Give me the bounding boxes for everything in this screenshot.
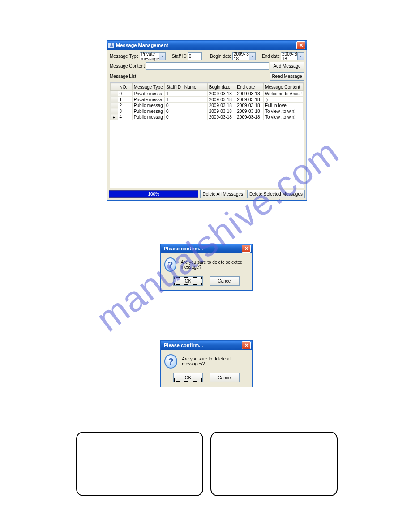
cell-no: 0 bbox=[118, 91, 132, 97]
dialog-body: ? Are you sure to delete all messages? bbox=[161, 350, 252, 373]
svg-rect-1 bbox=[110, 45, 113, 47]
row-marker-header bbox=[111, 83, 118, 91]
begin-date-picker[interactable]: 2009- 3-18 ▾ bbox=[232, 52, 256, 60]
cell-end: 2009-03-18 bbox=[235, 114, 264, 120]
titlebar: Please confirm... ✕ bbox=[161, 244, 252, 253]
dialog-title: Please confirm... bbox=[162, 246, 242, 251]
message-grid[interactable]: NO. Message Type Staff ID Name Begin dat… bbox=[110, 82, 304, 188]
dialog-message: Are you sure to delete all messages? bbox=[182, 356, 248, 366]
dialog-message: Are you sure to delete selected message? bbox=[181, 260, 248, 270]
progress-bar: 100% bbox=[109, 190, 198, 198]
question-icon: ? bbox=[164, 257, 176, 272]
table-row[interactable]: 1Private messa12009-03-182009-03-18:) bbox=[111, 97, 304, 103]
dialog-body: ? Are you sure to delete selected messag… bbox=[161, 253, 252, 276]
col-content[interactable]: Message Content bbox=[263, 83, 303, 91]
staff-id-label: Staff ID bbox=[172, 54, 187, 59]
cell-no: 3 bbox=[118, 108, 132, 114]
table-row[interactable]: 3Public messag02009-03-182009-03-18To vi… bbox=[111, 108, 304, 114]
cell-begin: 2009-03-18 bbox=[207, 97, 235, 103]
close-button[interactable]: ✕ bbox=[296, 41, 305, 49]
col-end[interactable]: End date bbox=[235, 83, 264, 91]
message-content-label: Message Content bbox=[110, 64, 145, 69]
confirm-delete-selected-dialog: Please confirm... ✕ ? Are you sure to de… bbox=[160, 244, 253, 291]
cell-name bbox=[183, 91, 207, 97]
end-date-picker[interactable]: 2009- 3-18 ▾ bbox=[281, 52, 304, 60]
footer-box-right bbox=[210, 432, 338, 496]
dialog-buttons: OK Cancel bbox=[161, 373, 252, 387]
close-icon: ✕ bbox=[299, 43, 303, 48]
cell-type: Public messag bbox=[132, 108, 164, 114]
cell-staff: 0 bbox=[164, 103, 183, 108]
chevron-down-icon: ▾ bbox=[159, 53, 165, 60]
cell-content: To view ,to win! bbox=[263, 114, 303, 120]
add-message-button[interactable]: Add Message bbox=[270, 62, 304, 70]
cell-type: Public messag bbox=[132, 114, 164, 120]
cell-end: 2009-03-18 bbox=[235, 97, 264, 103]
cell-name bbox=[183, 103, 207, 108]
cell-staff: 1 bbox=[164, 97, 183, 103]
message-management-window: Message Management ✕ Message Type Privat… bbox=[107, 40, 307, 201]
table-header-row: NO. Message Type Staff ID Name Begin dat… bbox=[111, 83, 304, 91]
filter-row-3: Message List Read Message bbox=[110, 72, 304, 81]
question-icon: ? bbox=[164, 354, 177, 369]
row-marker bbox=[111, 108, 118, 114]
cell-begin: 2009-03-18 bbox=[207, 108, 235, 114]
row-marker bbox=[111, 97, 118, 103]
close-icon: ✕ bbox=[244, 246, 248, 252]
cell-type: Public messag bbox=[132, 103, 164, 108]
col-type[interactable]: Message Type bbox=[132, 83, 164, 91]
cell-staff: 1 bbox=[164, 91, 183, 97]
cell-name bbox=[183, 97, 207, 103]
cell-content: To view ,to win! bbox=[263, 108, 303, 114]
cell-begin: 2009-03-18 bbox=[207, 91, 235, 97]
cell-content: :) bbox=[263, 97, 303, 103]
chevron-down-icon: ▾ bbox=[249, 53, 255, 60]
cell-begin: 2009-03-18 bbox=[207, 103, 235, 108]
message-content-input[interactable] bbox=[146, 62, 269, 70]
staff-id-value: 0 bbox=[189, 54, 192, 59]
delete-all-button[interactable]: Delete All Messages bbox=[200, 190, 245, 198]
cancel-button[interactable]: Cancel bbox=[210, 373, 240, 382]
footer-box-left bbox=[76, 432, 203, 496]
cell-begin: 2009-03-18 bbox=[207, 114, 235, 120]
close-icon: ✕ bbox=[244, 343, 248, 348]
col-staff[interactable]: Staff ID bbox=[164, 83, 183, 91]
message-type-label: Message Type bbox=[110, 54, 139, 59]
table-row[interactable]: ▸4Public messag02009-03-182009-03-18To v… bbox=[111, 114, 304, 120]
filter-row-1: Message Type Private message ▾ Staff ID … bbox=[110, 52, 304, 60]
cell-no: 1 bbox=[118, 97, 132, 103]
delete-selected-button[interactable]: Delete Selected Messages bbox=[247, 190, 305, 198]
staff-id-input[interactable]: 0 bbox=[188, 52, 202, 60]
titlebar: Message Management ✕ bbox=[107, 41, 307, 50]
message-table: NO. Message Type Staff ID Name Begin dat… bbox=[110, 83, 304, 120]
bottom-bar: 100% Delete All Messages Delete Selected… bbox=[107, 188, 307, 200]
col-no[interactable]: NO. bbox=[118, 83, 132, 91]
filter-form: Message Type Private message ▾ Staff ID … bbox=[107, 50, 307, 82]
table-row[interactable]: 0Private messa12009-03-182009-03-18Welco… bbox=[111, 91, 304, 97]
dialog-buttons: OK Cancel bbox=[161, 276, 252, 290]
message-type-select[interactable]: Private message ▾ bbox=[140, 52, 166, 60]
read-message-button[interactable]: Read Message bbox=[270, 72, 304, 81]
cell-staff: 0 bbox=[164, 114, 183, 120]
cell-end: 2009-03-18 bbox=[235, 103, 264, 108]
col-begin[interactable]: Begin date bbox=[207, 83, 235, 91]
ok-button[interactable]: OK bbox=[173, 276, 203, 286]
table-row[interactable]: 2Public messag02009-03-182009-03-18Full … bbox=[111, 103, 304, 108]
dialog-title: Please confirm... bbox=[162, 343, 242, 348]
chevron-down-icon: ▾ bbox=[297, 53, 304, 60]
titlebar: Please confirm... ✕ bbox=[161, 341, 252, 350]
confirm-delete-all-dialog: Please confirm... ✕ ? Are you sure to de… bbox=[160, 340, 253, 387]
window-title: Message Management bbox=[116, 43, 296, 48]
end-date-label: End date bbox=[262, 54, 280, 59]
close-button[interactable]: ✕ bbox=[242, 245, 251, 253]
cell-staff: 0 bbox=[164, 108, 183, 114]
cell-name bbox=[183, 114, 207, 120]
row-marker bbox=[111, 91, 118, 97]
begin-date-label: Begin date bbox=[210, 54, 231, 59]
cell-end: 2009-03-18 bbox=[235, 108, 264, 114]
ok-button[interactable]: OK bbox=[173, 373, 203, 382]
close-button[interactable]: ✕ bbox=[242, 341, 251, 349]
cell-name bbox=[183, 108, 207, 114]
cancel-button[interactable]: Cancel bbox=[210, 276, 240, 286]
col-name[interactable]: Name bbox=[183, 83, 207, 91]
